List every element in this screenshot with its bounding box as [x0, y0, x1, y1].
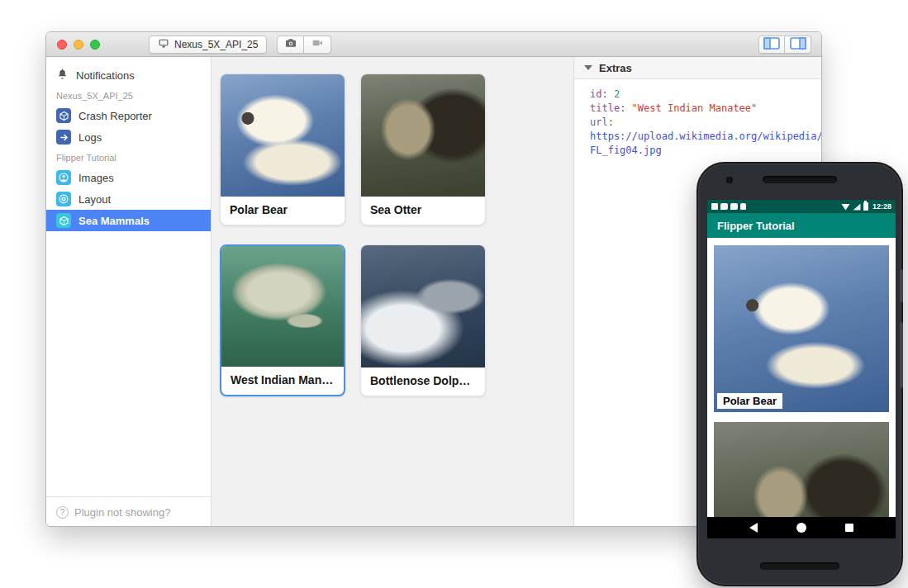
wifi-icon [841, 200, 850, 214]
card-title: Sea Otter [361, 197, 485, 225]
chevron-down-icon [584, 65, 592, 70]
extras-json-view: id: 2 title: "West Indian Manatee" url: … [574, 79, 821, 158]
cube-icon [56, 108, 71, 123]
sidebar-item-sea-mammals[interactable]: Sea Mammals [46, 210, 211, 231]
json-line-title: title: "West Indian Manatee" [590, 102, 821, 116]
list-item-label: Polar Bear [717, 393, 782, 409]
zoom-button[interactable] [90, 40, 100, 50]
monitor-icon [158, 38, 169, 51]
sidebar-item-images[interactable]: Images [46, 167, 211, 188]
camera-icon [284, 36, 297, 53]
polar-bear-image [221, 74, 345, 197]
bell-icon [56, 68, 69, 83]
toggle-left-sidebar-icon [763, 37, 780, 53]
card-west-indian-manatee[interactable]: West Indian Manatee [220, 244, 345, 396]
phone-screen: 12:28 Flipper Tutorial Polar Bear [707, 200, 896, 538]
status-bar: 12:28 [707, 200, 896, 213]
titlebar: Nexus_5X_API_25 [46, 32, 821, 57]
json-line-url-key: url: [590, 116, 821, 130]
traffic-lights [57, 40, 100, 50]
extras-title: Extras [599, 62, 632, 74]
card-title: Bottlenose Dolphin [361, 368, 485, 396]
sidebar-section-app: Flipper Tutorial [46, 148, 211, 167]
dolphin-image [361, 245, 485, 368]
question-icon: ? [56, 506, 69, 519]
card-title: West Indian Manatee [221, 367, 344, 395]
chat-notification-icon [720, 203, 728, 210]
cell-signal-icon [853, 200, 861, 214]
toggle-left-sidebar-button[interactable] [758, 36, 785, 54]
sidebar-item-crash-reporter[interactable]: Crash Reporter [46, 105, 211, 126]
sidebar-item-label: Sea Mammals [78, 215, 150, 227]
plugin-help-label: Plugin not showing? [74, 506, 170, 519]
mammal-list: Polar Bear [707, 238, 896, 517]
close-button[interactable] [57, 40, 67, 50]
sidebar-item-layout[interactable]: Layout [46, 188, 211, 210]
facebook-notification-icon [711, 203, 718, 210]
volume-button[interactable] [900, 322, 903, 388]
card-bottlenose-dolphin[interactable]: Bottlenose Dolphin [360, 244, 486, 396]
plugin-help-link[interactable]: ? Plugin not showing? [46, 496, 211, 527]
android-phone: 12:28 Flipper Tutorial Polar Bear [696, 162, 903, 586]
device-selector-label: Nexus_5X_API_25 [174, 39, 258, 50]
sidebar-item-label: Notifications [76, 69, 135, 82]
recents-icon[interactable] [845, 524, 853, 532]
sidebar-item-notifications[interactable]: Notifications [46, 64, 211, 86]
card-polar-bear[interactable]: Polar Bear [220, 74, 345, 225]
front-camera [726, 177, 733, 183]
card-sea-otter[interactable]: Sea Otter [360, 74, 486, 225]
sidebar-item-label: Logs [78, 131, 102, 144]
sidebar-toggles [758, 36, 811, 54]
screen-record-button[interactable] [304, 36, 331, 54]
android-nav-bar [707, 517, 896, 538]
capture-buttons [277, 36, 331, 54]
earpiece-speaker [763, 176, 837, 183]
cube-icon [56, 213, 71, 228]
power-button[interactable] [900, 269, 903, 302]
usb-icon [740, 203, 746, 210]
list-item-sea-otter[interactable] [714, 422, 889, 517]
json-line-url-value: FL_fig04.jpg [590, 144, 821, 158]
minimize-button[interactable] [74, 40, 83, 50]
battery-icon [863, 202, 868, 211]
plugin-sidebar: Notifications Nexus_5X_API_25 Crash Repo… [46, 57, 212, 527]
bottom-speaker [760, 562, 839, 570]
sea-mammals-grid: Polar Bear Sea Otter West Indian Manatee… [212, 57, 573, 527]
arrow-right-icon [56, 130, 71, 145]
app-bar: Flipper Tutorial [707, 213, 896, 238]
toggle-right-sidebar-icon [790, 37, 806, 53]
screenshot-button[interactable] [277, 36, 304, 54]
sidebar-item-label: Layout [78, 193, 111, 206]
app-bar-title: Flipper Tutorial [717, 220, 795, 232]
home-icon[interactable] [796, 523, 806, 533]
list-item-polar-bear[interactable]: Polar Bear [714, 245, 889, 412]
chat-notification-icon [730, 203, 738, 210]
sidebar-item-label: Crash Reporter [78, 110, 152, 122]
toggle-right-sidebar-button[interactable] [785, 36, 811, 54]
extras-header[interactable]: Extras [574, 57, 821, 79]
back-icon[interactable] [749, 523, 758, 533]
json-line-url-value: https://upload.wikimedia.org/wikipedia/c… [590, 130, 821, 144]
json-line-id: id: 2 [590, 88, 821, 102]
video-camera-icon [311, 36, 324, 53]
sidebar-item-label: Images [78, 172, 114, 184]
sidebar-item-logs[interactable]: Logs [46, 126, 211, 148]
sea-otter-image [361, 74, 485, 197]
status-bar-clock: 12:28 [872, 202, 891, 211]
manatee-image [221, 246, 344, 367]
target-icon [56, 192, 71, 206]
device-selector-button[interactable]: Nexus_5X_API_25 [149, 36, 267, 54]
card-title: Polar Bear [221, 197, 345, 225]
user-circle-icon [56, 170, 71, 185]
sidebar-section-device: Nexus_5X_API_25 [46, 86, 211, 105]
